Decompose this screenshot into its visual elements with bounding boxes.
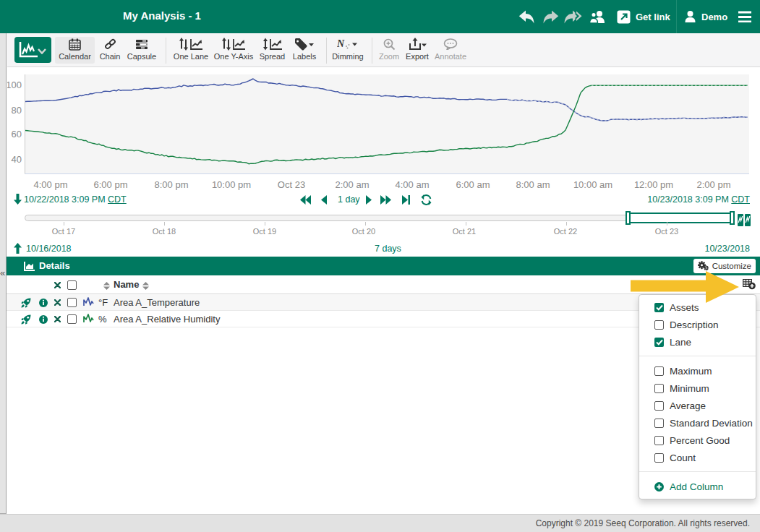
svg-text:100: 100 [7, 80, 22, 90]
svg-text:6:00 pm: 6:00 pm [94, 179, 128, 190]
svg-text:2:00 pm: 2:00 pm [697, 179, 731, 190]
svg-text:80: 80 [12, 105, 22, 116]
svg-text:4:00 am: 4:00 am [396, 179, 430, 190]
svg-text:8:00 pm: 8:00 pm [155, 179, 189, 190]
svg-text:10:00 am: 10:00 am [573, 179, 612, 190]
svg-text:2:00 am: 2:00 am [336, 179, 370, 190]
svg-text:4:00 pm: 4:00 pm [34, 179, 68, 190]
svg-text:8:00 am: 8:00 am [516, 179, 550, 190]
svg-text:40: 40 [12, 154, 22, 165]
svg-text:12:00 pm: 12:00 pm [634, 179, 673, 190]
svg-text:Oct 23: Oct 23 [278, 179, 305, 190]
svg-text:10:00 pm: 10:00 pm [212, 179, 251, 190]
svg-text:60: 60 [12, 129, 22, 140]
svg-text:6:00 am: 6:00 am [456, 179, 490, 190]
svg-text:N: N [337, 38, 345, 49]
